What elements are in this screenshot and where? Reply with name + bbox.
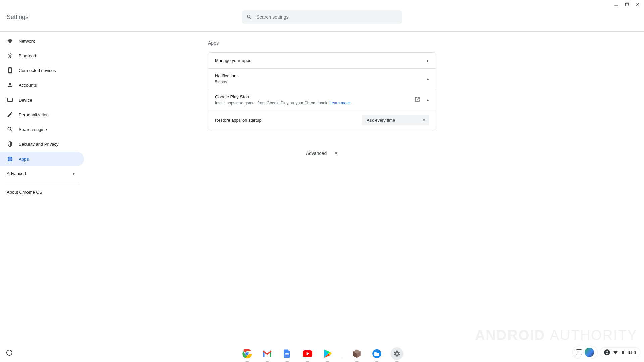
- wifi-icon: [7, 38, 13, 44]
- row-title: Manage your apps: [215, 58, 251, 63]
- clock: 6:56: [628, 350, 636, 355]
- sidebar-item-device[interactable]: Device: [0, 93, 84, 107]
- sidebar-item-label: Device: [19, 98, 32, 103]
- shelf-app-docs[interactable]: [281, 347, 294, 360]
- dropdown-selected: Ask every time: [367, 118, 395, 123]
- learn-more-link[interactable]: Learn more: [330, 101, 350, 105]
- sidebar: Network Bluetooth Connected devices Acco…: [0, 34, 84, 199]
- watermark: ANDROID AUTHORITY: [475, 327, 637, 343]
- restore-button[interactable]: [624, 1, 630, 7]
- tray-notifications-pill[interactable]: [573, 346, 597, 359]
- sidebar-item-label: Search engine: [19, 127, 47, 132]
- sidebar-item-network[interactable]: Network: [0, 34, 84, 48]
- search-icon: [7, 126, 13, 133]
- row-subtitle: Install apps and games from Google Play …: [215, 101, 350, 105]
- section-title: Apps: [208, 40, 436, 46]
- sidebar-item-label: Bluetooth: [19, 53, 37, 58]
- row-title: Notifications: [215, 73, 239, 78]
- close-button[interactable]: [635, 1, 641, 7]
- shelf-app-gmail[interactable]: [261, 347, 274, 360]
- svg-rect-2: [625, 3, 628, 6]
- tray-status-pill[interactable]: 2 6:56: [600, 348, 640, 357]
- wifi-icon: [613, 350, 618, 355]
- sidebar-advanced-toggle[interactable]: Advanced ▼: [0, 166, 84, 181]
- bluetooth-icon: [7, 52, 13, 59]
- search-input[interactable]: [256, 14, 398, 20]
- person-icon: [7, 82, 13, 88]
- row-restore-apps: Restore apps on startup Ask every time ▼: [208, 110, 436, 130]
- play-store-icon: [414, 96, 420, 104]
- sidebar-item-label: Accounts: [19, 83, 37, 88]
- sidebar-item-label: Personalization: [19, 112, 49, 117]
- shelf-apps: [241, 347, 404, 360]
- sidebar-separator: [5, 183, 80, 183]
- apps-icon: [7, 156, 13, 162]
- shelf-app-settings[interactable]: [391, 347, 404, 360]
- sidebar-item-security[interactable]: Security and Privacy: [0, 137, 84, 152]
- avatar: [585, 348, 594, 357]
- sidebar-item-label: Network: [19, 39, 35, 44]
- notification-count-badge: 2: [604, 349, 610, 355]
- chevron-right-icon: ▸: [427, 77, 429, 81]
- shelf-app-play-store[interactable]: [321, 347, 334, 360]
- sidebar-item-search-engine[interactable]: Search engine: [0, 122, 84, 137]
- row-manage-apps[interactable]: Manage your apps ▸: [208, 53, 436, 69]
- sidebar-item-bluetooth[interactable]: Bluetooth: [0, 48, 84, 63]
- shelf: 2 6:56: [0, 343, 644, 362]
- top-bar: Settings: [0, 9, 644, 25]
- restore-apps-dropdown[interactable]: Ask every time ▼: [362, 115, 429, 125]
- svg-rect-13: [285, 355, 289, 355]
- pencil-icon: [7, 111, 13, 118]
- sidebar-item-accounts[interactable]: Accounts: [0, 78, 84, 93]
- chevron-down-icon: ▼: [334, 151, 338, 156]
- row-notifications[interactable]: Notifications 5 apps ▸: [208, 69, 436, 89]
- row-title: Google Play Store: [215, 94, 350, 99]
- battery-icon: [621, 350, 625, 355]
- shield-icon: [7, 141, 13, 147]
- main-content: Apps Manage your apps ▸ Notifications 5 …: [208, 40, 436, 156]
- window-controls: [613, 1, 641, 7]
- shelf-separator: [342, 349, 342, 358]
- advanced-label: Advanced: [306, 150, 327, 156]
- notification-icon: [576, 349, 582, 355]
- sidebar-item-connected-devices[interactable]: Connected devices: [0, 63, 84, 78]
- sidebar-item-label: Apps: [19, 157, 29, 162]
- svg-rect-14: [285, 356, 288, 356]
- shelf-app-youtube[interactable]: [301, 347, 314, 360]
- sidebar-item-personalization[interactable]: Personalization: [0, 107, 84, 122]
- advanced-section-toggle[interactable]: Advanced ▼: [208, 150, 436, 156]
- row-title: Restore apps on startup: [215, 118, 262, 123]
- chevron-down-icon: ▼: [422, 118, 426, 122]
- sidebar-item-label: Connected devices: [19, 68, 56, 73]
- header-divider: [0, 31, 644, 32]
- svg-point-8: [246, 352, 249, 355]
- svg-rect-12: [285, 353, 289, 354]
- svg-rect-0: [614, 6, 618, 6]
- launcher-icon: [6, 350, 12, 356]
- chevron-right-icon: ▸: [427, 58, 429, 63]
- search-box[interactable]: [241, 10, 402, 24]
- shelf-app-files[interactable]: [371, 347, 383, 360]
- minimize-button[interactable]: [613, 1, 619, 7]
- advanced-label: Advanced: [7, 171, 26, 176]
- apps-card: Manage your apps ▸ Notifications 5 apps …: [208, 52, 436, 130]
- about-label: About Chrome OS: [7, 190, 42, 195]
- search-icon: [246, 14, 252, 20]
- shelf-app-chrome[interactable]: [241, 347, 254, 360]
- page-title: Settings: [7, 9, 29, 25]
- sidebar-about-chrome-os[interactable]: About Chrome OS: [0, 185, 84, 199]
- sidebar-item-apps[interactable]: Apps: [0, 152, 84, 166]
- phone-icon: [7, 67, 13, 74]
- system-tray: 2 6:56: [573, 346, 640, 359]
- sidebar-item-label: Security and Privacy: [19, 142, 59, 147]
- laptop-icon: [7, 97, 13, 103]
- row-google-play-store[interactable]: Google Play Store Install apps and games…: [208, 89, 436, 110]
- row-subtitle: 5 apps: [215, 80, 239, 84]
- shelf-app-package[interactable]: [351, 347, 363, 360]
- chevron-down-icon: ▼: [72, 171, 76, 176]
- launcher-button[interactable]: [5, 348, 14, 357]
- chevron-right-icon: ▸: [427, 98, 429, 102]
